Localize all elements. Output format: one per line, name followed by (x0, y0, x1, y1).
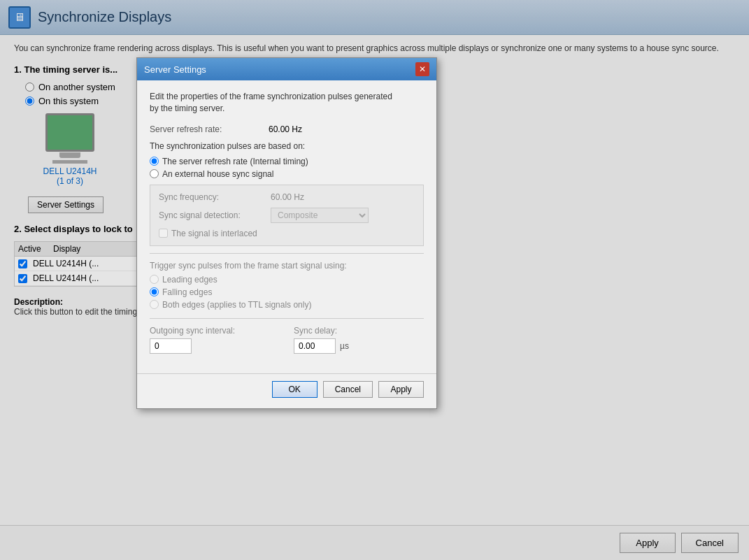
sync-delay-unit: µs (340, 341, 349, 351)
radio-leading-text: Leading edges (162, 275, 217, 285)
sync-freq-row: Sync frequency: 60.00 Hz (159, 192, 415, 202)
interval-delay-row: Outgoing sync interval: Sync delay: µs (150, 326, 424, 359)
radio-internal-text: The server refresh rate (Internal timing… (162, 157, 308, 166)
radio-both-text: Both edges (applies to TTL signals only) (162, 300, 311, 310)
sync-based-label: The synchronization pulses are based on: (150, 141, 424, 151)
sync-detect-label: Sync signal detection: (159, 210, 271, 220)
radio-falling: Falling edges (150, 287, 424, 297)
modal-apply-button[interactable]: Apply (378, 381, 424, 398)
modal-title: Server Settings (144, 64, 206, 75)
modal-description: Edit the properties of the frame synchro… (150, 91, 424, 115)
sync-delay-label: Sync delay: (294, 326, 424, 336)
sync-delay-input[interactable] (294, 338, 336, 354)
radio-both-label: Both edges (applies to TTL signals only) (150, 300, 424, 310)
radio-both-input (150, 300, 159, 309)
radio-leading: Leading edges (150, 275, 424, 285)
external-sync-section: Sync frequency: 60.00 Hz Sync signal det… (150, 185, 424, 246)
radio-both: Both edges (applies to TTL signals only) (150, 300, 424, 310)
interlaced-label: The signal is interlaced (171, 229, 257, 238)
radio-internal[interactable]: The server refresh rate (Internal timing… (150, 157, 424, 166)
server-settings-modal: Server Settings ✕ Edit the properties of… (136, 57, 437, 409)
sync-detect-row: Sync signal detection: Composite (159, 208, 415, 223)
modal-cancel-button[interactable]: Cancel (323, 381, 373, 398)
sync-delay-col: Sync delay: µs (294, 326, 424, 359)
radio-falling-text: Falling edges (162, 287, 212, 297)
outgoing-label: Outgoing sync interval: (150, 326, 280, 336)
interlaced-checkbox (159, 229, 168, 238)
server-refresh-value: 60.00 Hz (269, 124, 302, 134)
radio-external-text: An external house sync signal (162, 169, 273, 179)
sync-detect-select: Composite (271, 208, 369, 223)
separator (150, 253, 424, 254)
modal-close-button[interactable]: ✕ (415, 62, 429, 76)
separator2 (150, 318, 424, 319)
radio-falling-input (150, 287, 159, 296)
interlaced-row: The signal is interlaced (159, 229, 415, 238)
radio-leading-input (150, 275, 159, 284)
sync-freq-label: Sync frequency: (159, 192, 271, 202)
modal-titlebar: Server Settings ✕ (137, 58, 436, 80)
radio-falling-label: Falling edges (150, 287, 424, 297)
server-refresh-row: Server refresh rate: 60.00 Hz (150, 124, 424, 134)
radio-external-label[interactable]: An external house sync signal (150, 169, 424, 179)
modal-ok-button[interactable]: OK (272, 381, 318, 398)
sync-delay-row: µs (294, 338, 424, 354)
outgoing-input[interactable] (150, 338, 192, 354)
trigger-label: Trigger sync pulses from the frame start… (150, 261, 424, 271)
radio-leading-label: Leading edges (150, 275, 424, 285)
modal-body: Edit the properties of the frame synchro… (137, 80, 436, 370)
server-refresh-label: Server refresh rate: (150, 124, 269, 134)
modal-footer: OK Cancel Apply (137, 373, 436, 408)
outgoing-col: Outgoing sync interval: (150, 326, 280, 359)
radio-external-input[interactable] (150, 169, 159, 178)
radio-external[interactable]: An external house sync signal (150, 169, 424, 179)
radio-internal-input[interactable] (150, 157, 159, 166)
radio-internal-label[interactable]: The server refresh rate (Internal timing… (150, 157, 424, 166)
sync-freq-value: 60.00 Hz (271, 192, 304, 202)
